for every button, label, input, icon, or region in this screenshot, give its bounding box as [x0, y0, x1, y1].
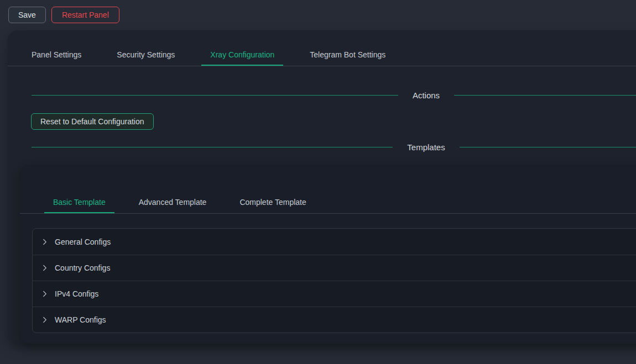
tab-security-settings[interactable]: Security Settings	[108, 30, 184, 66]
chevron-right-icon	[41, 291, 48, 297]
accordion-ipv4-configs[interactable]: IPv4 Configs	[33, 281, 636, 307]
tab-panel-settings[interactable]: Panel Settings	[23, 30, 90, 66]
settings-card: Panel Settings Security Settings Xray Co…	[8, 30, 636, 344]
save-button[interactable]: Save	[8, 7, 46, 23]
templates-divider: Templates	[32, 143, 636, 152]
configs-accordion: General Configs Country Configs IPv4 Con…	[32, 228, 636, 333]
chevron-right-icon	[41, 316, 48, 323]
accordion-country-configs[interactable]: Country Configs	[33, 255, 636, 281]
accordion-general-configs[interactable]: General Configs	[33, 229, 636, 255]
tab-xray-configuration[interactable]: Xray Configuration	[201, 30, 283, 66]
actions-divider-label: Actions	[413, 91, 440, 100]
reset-to-default-button[interactable]: Reset to Default Configuration	[31, 113, 154, 130]
template-tab-bar: Basic Template Advanced Template Complet…	[20, 165, 636, 214]
accordion-warp-configs[interactable]: WARP Configs	[33, 307, 636, 333]
accordion-label: WARP Configs	[55, 315, 106, 324]
chevron-right-icon	[41, 239, 48, 245]
accordion-label: General Configs	[55, 238, 111, 246]
settings-tab-bar: Panel Settings Security Settings Xray Co…	[8, 30, 636, 66]
accordion-label: IPv4 Configs	[55, 289, 98, 298]
top-action-bar: Save Restart Panel	[0, 0, 636, 30]
templates-divider-label: Templates	[407, 143, 445, 152]
tab-advanced-template[interactable]: Advanced Template	[130, 187, 216, 213]
tab-basic-template[interactable]: Basic Template	[44, 187, 114, 213]
restart-panel-button[interactable]: Restart Panel	[51, 7, 119, 23]
tab-telegram-bot-settings[interactable]: Telegram Bot Settings	[301, 30, 394, 66]
chevron-right-icon	[41, 265, 48, 271]
tab-complete-template[interactable]: Complete Template	[231, 187, 315, 213]
accordion-label: Country Configs	[55, 263, 110, 272]
templates-card: Basic Template Advanced Template Complet…	[20, 165, 636, 344]
actions-divider: Actions	[32, 91, 636, 100]
